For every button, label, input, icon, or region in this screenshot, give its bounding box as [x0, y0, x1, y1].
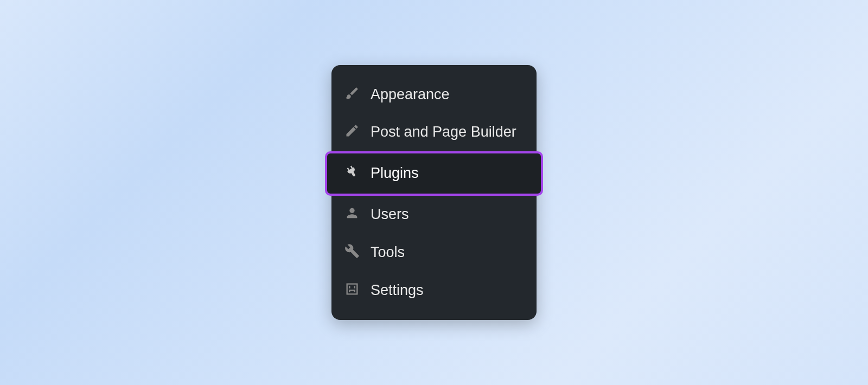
menu-item-label: Appearance: [371, 85, 450, 105]
brush-icon: [344, 86, 360, 101]
menu-item-post-page-builder[interactable]: Post and Page Builder: [331, 113, 537, 151]
menu-item-tools[interactable]: Tools: [331, 234, 537, 272]
menu-item-label: Users: [371, 204, 409, 225]
user-icon: [344, 206, 360, 221]
sliders-icon: [344, 281, 360, 297]
menu-item-label: Post and Page Builder: [371, 122, 516, 143]
admin-menu-panel: Appearance Post and Page Builder Plugins…: [331, 65, 537, 320]
pencil-icon: [344, 123, 360, 138]
menu-item-appearance[interactable]: Appearance: [331, 76, 537, 114]
menu-item-users[interactable]: Users: [331, 196, 537, 234]
menu-item-settings[interactable]: Settings: [331, 272, 537, 310]
menu-item-label: Plugins: [371, 163, 419, 184]
menu-item-plugins[interactable]: Plugins: [325, 151, 543, 196]
menu-item-label: Settings: [371, 280, 424, 301]
menu-item-label: Tools: [371, 242, 405, 263]
plug-icon: [344, 164, 360, 179]
wrench-icon: [344, 243, 360, 259]
